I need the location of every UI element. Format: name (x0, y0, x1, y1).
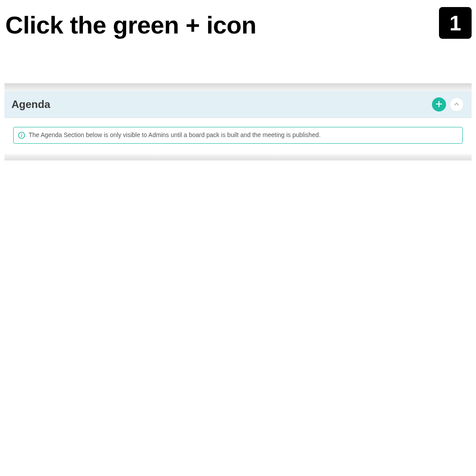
step-number-badge: 1 (439, 7, 472, 39)
plus-icon (436, 101, 442, 108)
panel-bottom-divider (4, 154, 472, 160)
agenda-title: Agenda (11, 98, 50, 111)
info-section: The Agenda Section below is only visible… (4, 118, 472, 154)
add-button[interactable] (432, 97, 446, 112)
agenda-controls (432, 97, 464, 112)
agenda-header: Agenda (4, 91, 472, 118)
info-text: The Agenda Section below is only visible… (29, 131, 320, 140)
agenda-panel: Agenda (4, 83, 472, 160)
info-icon (18, 132, 25, 139)
info-banner: The Agenda Section below is only visible… (13, 127, 463, 144)
svg-point-3 (21, 134, 22, 134)
svg-rect-4 (21, 135, 22, 137)
page-title: Click the green + icon (0, 0, 476, 39)
chevron-up-icon (454, 101, 459, 108)
collapse-button[interactable] (450, 97, 464, 112)
panel-top-divider (4, 83, 472, 91)
